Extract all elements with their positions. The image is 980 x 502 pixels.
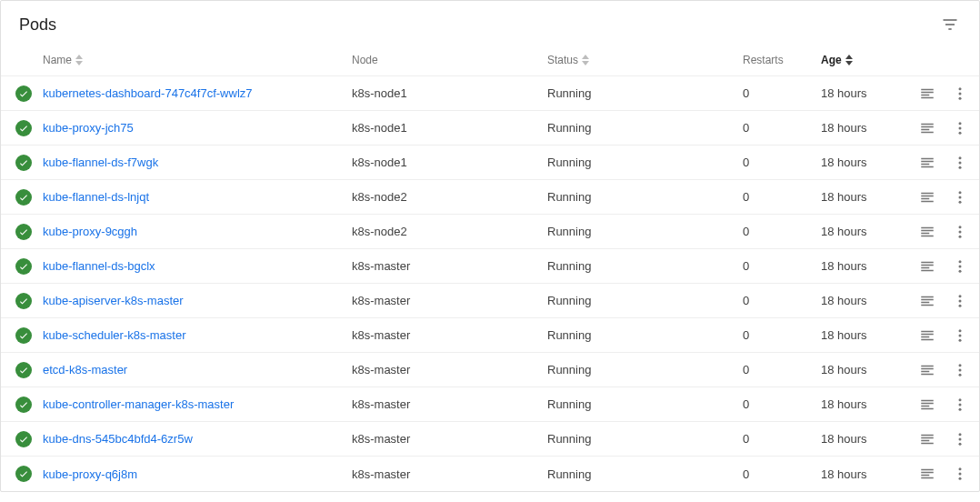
more-button[interactable]	[952, 155, 968, 171]
svg-point-23	[959, 338, 962, 341]
logs-button[interactable]	[919, 85, 935, 102]
svg-point-31	[959, 437, 962, 440]
status-success-icon	[15, 327, 32, 344]
table-row: kube-flannel-ds-bgclx k8s-master Running…	[1, 249, 979, 284]
name-cell: kube-flannel-ds-f7wgk	[43, 156, 352, 169]
age-cell: 18 hours	[821, 397, 905, 411]
node-cell: k8s-master	[352, 397, 547, 411]
status-cell	[15, 189, 43, 206]
table-row: kube-proxy-9cggh k8s-node2 Running 0 18 …	[1, 215, 979, 249]
logs-button[interactable]	[919, 431, 935, 447]
svg-point-12	[959, 226, 962, 228]
svg-point-8	[959, 166, 962, 168]
more-button[interactable]	[952, 362, 968, 378]
more-button[interactable]	[952, 466, 968, 482]
more-button[interactable]	[952, 224, 968, 240]
age-cell: 18 hours	[821, 86, 905, 100]
logs-button[interactable]	[919, 189, 935, 206]
svg-point-0	[959, 87, 962, 90]
status-cell	[15, 431, 43, 447]
logs-button[interactable]	[919, 155, 935, 171]
svg-point-10	[959, 196, 962, 198]
status-text-cell: Running	[547, 294, 743, 307]
name-cell: kube-controller-manager-k8s-master	[43, 397, 352, 411]
pod-link[interactable]: kube-flannel-ds-f7wgk	[43, 156, 158, 169]
logs-icon	[919, 120, 935, 136]
status-success-icon	[15, 466, 32, 482]
status-text-cell: Running	[547, 121, 743, 135]
logs-button[interactable]	[919, 120, 935, 136]
logs-button[interactable]	[919, 397, 935, 413]
status-success-icon	[15, 189, 32, 206]
logs-button[interactable]	[919, 224, 935, 240]
pod-link[interactable]: kube-apiserver-k8s-master	[43, 294, 184, 307]
more-button[interactable]	[952, 85, 968, 102]
pod-link[interactable]: etcd-k8s-master	[43, 363, 127, 376]
more-button[interactable]	[952, 431, 968, 447]
more-button[interactable]	[952, 120, 968, 136]
svg-point-13	[959, 230, 962, 233]
restarts-cell: 0	[743, 363, 821, 376]
node-cell: k8s-master	[352, 328, 547, 342]
col-header-node[interactable]: Node	[352, 54, 547, 66]
pod-link[interactable]: kube-proxy-jch75	[43, 121, 134, 135]
sort-icon	[75, 55, 83, 65]
actions-cell	[905, 327, 968, 344]
more-button[interactable]	[952, 327, 968, 344]
col-header-name[interactable]: Name	[43, 54, 352, 66]
logs-button[interactable]	[919, 466, 935, 482]
status-cell	[15, 224, 43, 240]
svg-point-19	[959, 299, 962, 302]
table-body: kubernetes-dashboard-747c4f7cf-wwlz7 k8s…	[1, 76, 979, 491]
col-header-restarts[interactable]: Restarts	[743, 54, 821, 66]
svg-point-14	[959, 235, 962, 237]
status-success-icon	[15, 224, 32, 240]
table-row: etcd-k8s-master k8s-master Running 0 18 …	[1, 353, 979, 387]
more-button[interactable]	[952, 397, 968, 413]
svg-point-1	[959, 92, 962, 95]
node-cell: k8s-node1	[352, 121, 547, 135]
svg-point-33	[959, 467, 962, 470]
age-cell: 18 hours	[821, 363, 905, 376]
svg-point-24	[959, 364, 962, 366]
restarts-cell: 0	[743, 467, 821, 481]
name-cell: kube-dns-545bc4bfd4-6zr5w	[43, 432, 352, 446]
node-cell: k8s-node2	[352, 190, 547, 204]
pod-link[interactable]: kube-scheduler-k8s-master	[43, 328, 186, 342]
status-cell	[15, 85, 43, 102]
restarts-cell: 0	[743, 225, 821, 238]
name-cell: kube-apiserver-k8s-master	[43, 294, 352, 307]
filter-button[interactable]	[939, 14, 961, 35]
pod-link[interactable]: kube-dns-545bc4bfd4-6zr5w	[43, 432, 193, 446]
svg-point-26	[959, 373, 962, 376]
svg-point-29	[959, 407, 962, 410]
node-cell: k8s-master	[352, 259, 547, 273]
pod-link[interactable]: kube-flannel-ds-lnjqt	[43, 190, 149, 204]
pod-link[interactable]: kube-flannel-ds-bgclx	[43, 259, 155, 273]
table-row: kube-flannel-ds-lnjqt k8s-node2 Running …	[1, 180, 979, 215]
logs-button[interactable]	[919, 293, 935, 309]
logs-icon	[919, 327, 935, 344]
col-header-age[interactable]: Age	[821, 54, 905, 66]
status-success-icon	[15, 85, 32, 102]
pod-link[interactable]: kube-proxy-9cggh	[43, 225, 137, 238]
table-row: kube-proxy-jch75 k8s-node1 Running 0 18 …	[1, 111, 979, 146]
status-cell	[15, 466, 43, 482]
status-text-cell: Running	[547, 467, 743, 481]
svg-point-17	[959, 269, 962, 272]
name-cell: kube-scheduler-k8s-master	[43, 328, 352, 342]
pod-link[interactable]: kubernetes-dashboard-747c4f7cf-wwlz7	[43, 86, 253, 100]
status-success-icon	[15, 362, 32, 378]
more-button[interactable]	[952, 258, 968, 275]
more-button[interactable]	[952, 293, 968, 309]
logs-button[interactable]	[919, 258, 935, 275]
more-button[interactable]	[952, 189, 968, 206]
logs-button[interactable]	[919, 362, 935, 378]
actions-cell	[905, 258, 968, 275]
pod-link[interactable]: kube-proxy-q6j8m	[43, 467, 137, 481]
col-header-status[interactable]: Status	[547, 54, 743, 66]
logs-icon	[919, 155, 935, 171]
pod-link[interactable]: kube-controller-manager-k8s-master	[43, 397, 234, 411]
logs-button[interactable]	[919, 327, 935, 344]
svg-point-25	[959, 368, 962, 371]
